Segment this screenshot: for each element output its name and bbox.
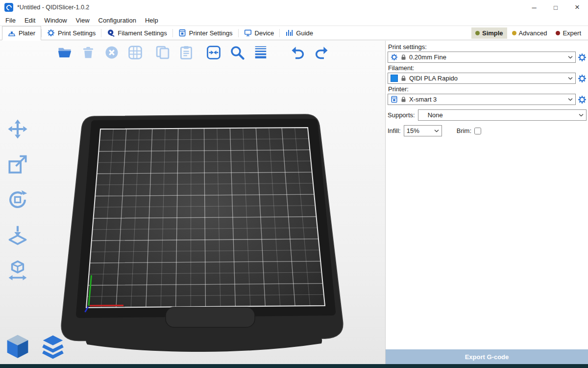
- move-button[interactable]: [6, 117, 29, 141]
- chevron-down-icon: [434, 130, 439, 132]
- supports-label: Supports:: [388, 111, 415, 119]
- lock-icon: [400, 75, 407, 81]
- search-button[interactable]: [227, 43, 247, 62]
- chevron-down-icon: [579, 114, 584, 117]
- tab-print-settings[interactable]: Print Settings: [42, 26, 101, 40]
- delete-button[interactable]: [78, 43, 98, 62]
- export-gcode-button[interactable]: Export G-code: [386, 349, 588, 364]
- infill-dropdown[interactable]: 15%: [404, 125, 442, 136]
- arrange-grid-icon: [128, 45, 143, 60]
- tab-plater[interactable]: Plater: [2, 26, 41, 40]
- top-toolbar: [55, 43, 331, 62]
- lock-icon: [400, 54, 407, 60]
- minimize-button[interactable]: ─: [523, 0, 545, 15]
- menu-help[interactable]: Help: [141, 16, 163, 25]
- menu-view[interactable]: View: [72, 16, 94, 25]
- infill-label: Infill:: [388, 127, 401, 134]
- chevron-down-icon: [568, 56, 573, 59]
- gear-icon: [391, 53, 398, 61]
- titlebar: *Untitled - QIDISlicer-1.0.2 ─ □ ×: [0, 0, 588, 15]
- window-bottom-edge: [0, 364, 588, 368]
- merge-icon: [206, 45, 221, 60]
- brim-checkbox[interactable]: [474, 128, 481, 134]
- mode-simple[interactable]: Simple: [471, 27, 507, 39]
- close-button[interactable]: ×: [566, 0, 588, 15]
- expert-mode-dot-icon: [556, 31, 560, 35]
- merge-button[interactable]: [204, 43, 223, 62]
- simple-mode-dot-icon: [475, 31, 480, 35]
- delete-all-button[interactable]: [102, 43, 122, 62]
- menu-bar: File Edit Window View Configuration Help: [0, 15, 588, 26]
- guide-bars-icon: [285, 29, 293, 37]
- bed-handle: [166, 307, 255, 327]
- filament-color-swatch: [391, 75, 398, 82]
- print-settings-dropdown[interactable]: 0.20mm Fine: [388, 52, 576, 63]
- window-title: *Untitled - QIDISlicer-1.0.2: [17, 4, 89, 11]
- mode-label: Simple: [482, 29, 503, 37]
- mode-switcher: Simple Advanced Expert: [471, 26, 586, 40]
- place-on-face-button[interactable]: [6, 223, 29, 247]
- variable-layer-height-button[interactable]: [251, 43, 270, 62]
- arrange-button[interactable]: [125, 43, 145, 62]
- printer-icon: [391, 96, 398, 103]
- tab-label: Device: [255, 29, 274, 37]
- tab-label: Filament Settings: [118, 29, 167, 37]
- menu-window[interactable]: Window: [40, 16, 71, 25]
- layer-height-icon: [253, 45, 268, 60]
- tab-printer-settings[interactable]: Printer Settings: [173, 26, 238, 40]
- filament-label: Filament:: [388, 64, 587, 72]
- undo-button[interactable]: [288, 43, 308, 62]
- supports-value: None: [428, 111, 443, 119]
- rotate-icon: [7, 189, 28, 210]
- trash-icon: [81, 45, 96, 60]
- mode-advanced[interactable]: Advanced: [508, 27, 551, 39]
- redo-button[interactable]: [312, 43, 331, 62]
- copy-button[interactable]: [153, 43, 172, 62]
- scale-icon: [7, 154, 28, 175]
- open-folder-button[interactable]: [55, 43, 74, 62]
- tab-device[interactable]: Device: [239, 26, 280, 40]
- filament-value: QIDI PLA Rapido: [409, 75, 458, 82]
- mode-expert[interactable]: Expert: [552, 27, 585, 39]
- menu-file[interactable]: File: [1, 16, 20, 25]
- tab-label: Guide: [296, 29, 313, 37]
- search-icon: [230, 45, 245, 60]
- tab-label: Print Settings: [58, 29, 96, 37]
- plater-bed-icon: [8, 29, 16, 37]
- print-bed: [0, 41, 385, 364]
- brim-label: Brim:: [457, 127, 471, 134]
- supports-dropdown[interactable]: None: [418, 109, 587, 121]
- rotate-button[interactable]: [6, 188, 29, 211]
- editor-view-button[interactable]: [3, 332, 32, 361]
- filament-gear-button[interactable]: [578, 74, 587, 83]
- scale-button[interactable]: [6, 153, 29, 176]
- gear-icon: [47, 29, 55, 37]
- menu-configuration[interactable]: Configuration: [94, 16, 141, 25]
- sidebar: Print settings: 0.20mm Fine Filament: QI…: [385, 41, 588, 364]
- copy-icon: [155, 45, 170, 60]
- paste-icon: [179, 45, 194, 60]
- paste-button[interactable]: [176, 43, 196, 62]
- gizmo-toolbar: [6, 117, 29, 282]
- menu-edit[interactable]: Edit: [20, 16, 40, 25]
- print-settings-gear-button[interactable]: [578, 53, 587, 62]
- tab-filament-settings[interactable]: Filament Settings: [101, 26, 172, 40]
- advanced-mode-dot-icon: [512, 31, 516, 35]
- 3d-viewport[interactable]: [0, 41, 385, 364]
- undo-icon: [291, 45, 305, 60]
- lock-icon: [400, 96, 407, 103]
- filament-dropdown[interactable]: QIDI PLA Rapido: [388, 73, 576, 84]
- measure-icon: [7, 260, 28, 281]
- tab-label: Printer Settings: [189, 29, 233, 37]
- printer-dropdown[interactable]: X-smart 3: [388, 94, 576, 105]
- app-logo-icon: [4, 3, 13, 12]
- measure-button[interactable]: [6, 259, 29, 282]
- chevron-down-icon: [568, 77, 573, 80]
- tab-guide[interactable]: Guide: [280, 26, 318, 40]
- printer-gear-button[interactable]: [578, 95, 587, 104]
- 3d-cube-icon: [4, 333, 31, 360]
- preview-view-button[interactable]: [38, 332, 68, 361]
- printer-label: Printer:: [388, 85, 587, 93]
- maximize-button[interactable]: □: [545, 0, 566, 15]
- move-arrows-icon: [7, 119, 28, 139]
